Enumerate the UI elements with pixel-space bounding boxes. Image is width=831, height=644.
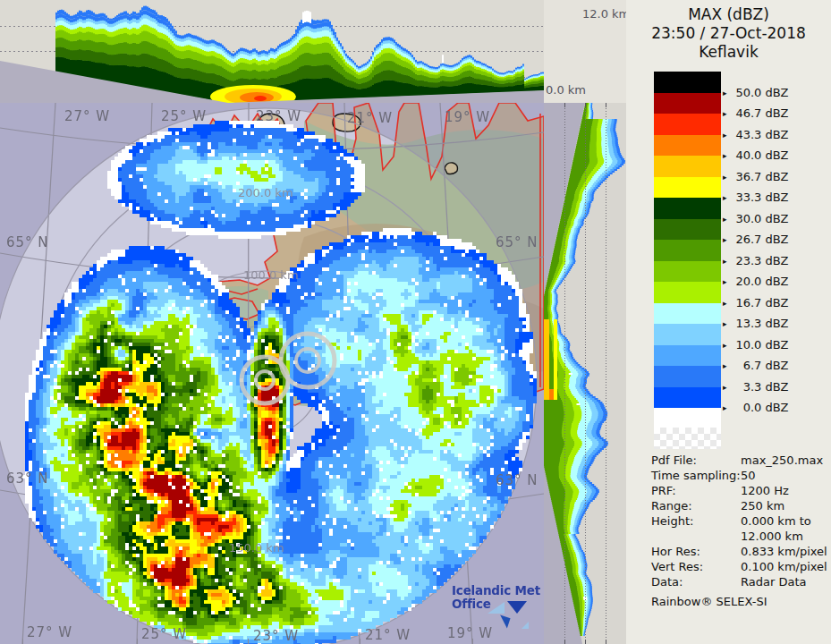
longitude-label-bottom: 27° W	[27, 624, 72, 640]
colorbar-white-swatch	[654, 408, 721, 428]
metadata-key: Time sampling:	[651, 468, 741, 483]
dbz-scale-label: ▸36.7 dBZ	[723, 170, 789, 183]
metadata-key: Range:	[651, 498, 741, 513]
colorbar-swatch	[654, 387, 721, 409]
metadata-value: 250 km	[741, 499, 784, 513]
dbz-scale-label: ▸10.0 dBZ	[723, 338, 789, 352]
scale-arrow-icon: ▸	[723, 277, 727, 286]
colorbar-swatch	[654, 177, 721, 199]
scale-arrow-icon: ▸	[723, 403, 727, 412]
longitude-label-top: 19° W	[445, 109, 490, 125]
dbz-scale-label: ▸13.3 dBZ	[723, 317, 789, 330]
longitude-label-bottom: 23° W	[253, 628, 299, 644]
colorbar-transparent-swatch	[654, 428, 721, 449]
metadata-row: Pdf File:max_250.max	[651, 453, 827, 468]
scale-arrow-icon: ▸	[723, 89, 727, 97]
dbz-scale-label: ▸43.3 dBZ	[723, 128, 789, 141]
metadata-value: 1200 Hz	[741, 484, 789, 497]
longitude-label-top: 27° W	[64, 108, 110, 124]
scale-arrow-icon: ▸	[723, 215, 727, 224]
dbz-colorbar	[654, 72, 721, 408]
dbz-scale-label: ▸50.0 dBZ	[723, 86, 789, 99]
scale-arrow-icon: ▸	[723, 341, 727, 350]
dbz-scale-label: ▸16.7 dBZ	[723, 296, 789, 309]
colorbar-swatch	[654, 93, 721, 114]
top-height-profile-panel	[0, 0, 544, 103]
colorbar-swatch	[654, 366, 721, 387]
latitude-label-right: 65° N	[496, 234, 538, 250]
top-profile-canvas	[0, 0, 544, 103]
scale-arrow-icon: ▸	[723, 109, 727, 118]
longitude-label-top: 23° W	[256, 108, 301, 124]
imo-logo-line1: Icelandic Met	[452, 584, 541, 597]
dbz-scale-label: ▸33.3 dBZ	[723, 191, 789, 204]
metadata-value: 12.000 km	[741, 530, 803, 543]
metadata-key: Pdf File:	[651, 453, 741, 468]
scale-arrow-icon: ▸	[723, 319, 727, 328]
software-name: Rainbow® SELEX-SI	[651, 595, 767, 608]
metadata-key: Hor Res:	[651, 544, 741, 559]
height-axis-max-label: 12.0 km	[582, 7, 630, 21]
site-markers	[0, 103, 544, 644]
metadata-value: 50	[741, 469, 756, 482]
metadata-row: Time sampling:50	[651, 468, 827, 483]
colorbar-swatch	[654, 135, 721, 157]
product-title: MAX (dBZ)	[626, 5, 831, 24]
side-profile-canvas	[544, 103, 626, 644]
colorbar-swatch	[654, 156, 721, 177]
scale-arrow-icon: ▸	[723, 193, 727, 202]
colorbar-swatch	[654, 303, 721, 325]
metadata-key: Data:	[651, 574, 741, 589]
scale-arrow-icon: ▸	[723, 383, 727, 392]
colorbar-swatch	[654, 114, 721, 135]
side-height-profile-panel	[544, 103, 626, 644]
metadata-row: Height:0.000 km to	[651, 513, 827, 529]
scale-arrow-icon: ▸	[723, 299, 727, 308]
longitude-label-bottom: 21° W	[365, 627, 411, 643]
legend-title-block: MAX (dBZ) 23:50 / 27-Oct-2018 Keflavik	[626, 5, 831, 62]
scale-arrow-icon: ▸	[723, 173, 727, 182]
metadata-row: Hor Res:0.833 km/pixel	[651, 544, 827, 559]
imo-logo: Icelandic Met Office	[452, 584, 541, 634]
dbz-scale-label: ▸46.7 dBZ	[723, 106, 789, 120]
metadata-value: 0.100 km/pixel	[741, 560, 827, 573]
height-axis-min-label: 0.0 km	[546, 83, 586, 97]
colorbar-swatch	[654, 324, 721, 345]
radar-application-window: 12.0 km 0.0 km 27° W25° W23° W21° W19° W…	[0, 0, 831, 644]
dbz-scale-label: ▸23.3 dBZ	[723, 254, 789, 267]
colorbar-swatch	[654, 219, 721, 241]
scale-arrow-icon: ▸	[723, 361, 727, 370]
imo-logo-triangle-icon	[488, 602, 505, 614]
colorbar-swatch	[654, 261, 721, 283]
metadata-value: Radar Data	[741, 575, 806, 589]
imo-logo-triangle-icon	[521, 622, 529, 629]
latitude-label-left: 63° N	[6, 470, 49, 487]
range-ring-label: 150.0 km	[229, 541, 284, 555]
dbz-scale-label: ▸6.7 dBZ	[723, 359, 789, 372]
colorbar-swatch	[654, 282, 721, 303]
scale-arrow-icon: ▸	[723, 151, 727, 160]
station-name: Keflavik	[626, 43, 831, 62]
range-ring-label: 100.0 km	[243, 268, 299, 282]
colorbar-swatch	[654, 72, 721, 93]
metadata-row: 12.000 km	[651, 529, 827, 544]
scale-arrow-icon: ▸	[723, 235, 727, 244]
metadata-row: Vert Res:0.100 km/pixel	[651, 559, 827, 574]
dbz-scale-label: ▸3.3 dBZ	[723, 380, 789, 394]
longitude-label-bottom: 25° W	[141, 626, 187, 642]
longitude-label-top: 25° W	[161, 108, 207, 124]
metadata-key: Vert Res:	[651, 559, 741, 574]
latitude-label-left: 65° N	[6, 234, 49, 250]
metadata-row: PRF:1200 Hz	[651, 483, 827, 498]
metadata-key: Height:	[651, 513, 741, 529]
dbz-scale-label: ▸20.0 dBZ	[723, 275, 789, 288]
metadata-value: 0.000 km to	[741, 514, 811, 528]
imo-logo-triangle-icon	[507, 601, 527, 614]
dbz-scale-label: ▸40.0 dBZ	[723, 148, 789, 162]
metadata-value: max_250.max	[741, 453, 823, 467]
colorbar-swatch	[654, 198, 721, 219]
dbz-scale-label: ▸30.0 dBZ	[723, 212, 789, 225]
colorbar-swatch	[654, 240, 721, 261]
legend-panel: MAX (dBZ) 23:50 / 27-Oct-2018 Keflavik ▸…	[626, 0, 831, 644]
dbz-scale-label: ▸0.0 dBZ	[723, 401, 789, 414]
